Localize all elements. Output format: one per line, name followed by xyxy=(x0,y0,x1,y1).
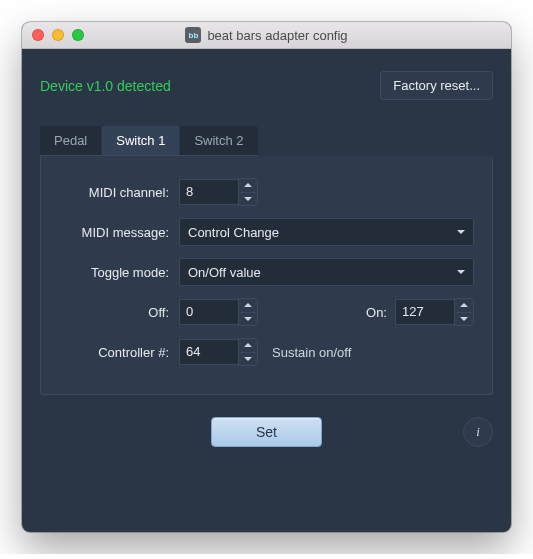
window-controls xyxy=(22,29,84,41)
chevron-up-icon xyxy=(244,183,252,187)
off-label: Off: xyxy=(59,305,179,320)
device-status: Device v1.0 detected xyxy=(40,78,171,94)
factory-reset-button[interactable]: Factory reset... xyxy=(380,71,493,100)
midi-message-select[interactable]: Control Change xyxy=(179,218,474,246)
on-stepper[interactable]: 127 xyxy=(395,298,474,326)
tab-pedal[interactable]: Pedal xyxy=(40,126,102,155)
tabs: Pedal Switch 1 Switch 2 xyxy=(40,126,258,156)
titlebar: bb beat bars adapter config xyxy=(22,22,511,49)
close-window-button[interactable] xyxy=(32,29,44,41)
chevron-up-icon xyxy=(244,303,252,307)
minimize-window-button[interactable] xyxy=(52,29,64,41)
toggle-mode-value: On/Off value xyxy=(188,265,261,280)
tab-switch-2[interactable]: Switch 2 xyxy=(180,126,257,155)
midi-message-value: Control Change xyxy=(188,225,279,240)
midi-channel-step-up[interactable] xyxy=(239,179,257,193)
chevron-down-icon xyxy=(244,357,252,361)
controller-number-step-up[interactable] xyxy=(239,339,257,353)
app-icon: bb xyxy=(185,27,201,43)
set-button[interactable]: Set xyxy=(211,417,322,447)
controller-number-stepper[interactable]: 64 xyxy=(179,338,258,366)
on-step-up[interactable] xyxy=(455,299,473,313)
on-value[interactable]: 127 xyxy=(395,299,454,325)
tab-switch-1[interactable]: Switch 1 xyxy=(102,126,180,155)
client-area: Device v1.0 detected Factory reset... Pe… xyxy=(22,49,511,532)
chevron-down-icon xyxy=(244,197,252,201)
window-title-text: beat bars adapter config xyxy=(207,28,347,43)
off-step-up[interactable] xyxy=(239,299,257,313)
toggle-mode-label: Toggle mode: xyxy=(59,265,179,280)
chevron-down-icon xyxy=(460,317,468,321)
midi-channel-value[interactable]: 8 xyxy=(179,179,238,205)
controller-number-step-down[interactable] xyxy=(239,353,257,366)
off-stepper[interactable]: 0 xyxy=(179,298,258,326)
on-label: On: xyxy=(347,305,395,320)
controller-number-label: Controller #: xyxy=(59,345,179,360)
controller-number-value[interactable]: 64 xyxy=(179,339,238,365)
controller-number-hint: Sustain on/off xyxy=(272,345,351,360)
chevron-down-icon xyxy=(244,317,252,321)
toggle-mode-select[interactable]: On/Off value xyxy=(179,258,474,286)
midi-message-label: MIDI message: xyxy=(59,225,179,240)
on-step-down[interactable] xyxy=(455,313,473,326)
midi-channel-label: MIDI channel: xyxy=(59,185,179,200)
zoom-window-button[interactable] xyxy=(72,29,84,41)
off-step-down[interactable] xyxy=(239,313,257,326)
midi-channel-stepper[interactable]: 8 xyxy=(179,178,258,206)
chevron-down-icon xyxy=(457,270,465,274)
chevron-down-icon xyxy=(457,230,465,234)
midi-channel-step-down[interactable] xyxy=(239,193,257,206)
off-value[interactable]: 0 xyxy=(179,299,238,325)
chevron-up-icon xyxy=(244,343,252,347)
window-title: bb beat bars adapter config xyxy=(22,27,511,43)
info-button[interactable]: i xyxy=(463,417,493,447)
tab-panel-switch-1: MIDI channel: 8 MIDI message: Control Ch… xyxy=(40,156,493,395)
app-window: bb beat bars adapter config Device v1.0 … xyxy=(22,22,511,532)
chevron-up-icon xyxy=(460,303,468,307)
